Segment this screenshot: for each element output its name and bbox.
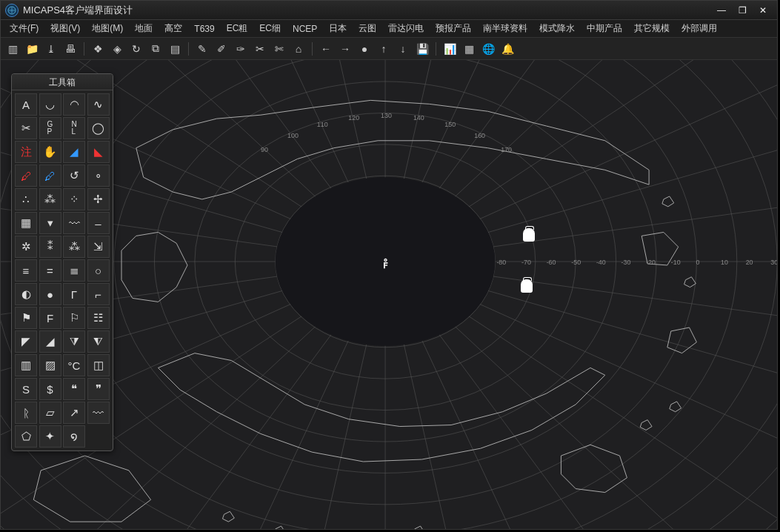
menu-item-4[interactable]: 高空 — [159, 21, 188, 36]
tool-bracket-l[interactable]: ⌐ — [87, 283, 110, 305]
tool-curve[interactable]: ∿ — [87, 93, 110, 116]
tool-plus-dots[interactable]: ✢ — [87, 188, 110, 210]
edit4-icon[interactable]: ✂ — [251, 40, 269, 58]
minimize-button[interactable]: — — [712, 4, 731, 17]
tool-cell[interactable]: ◫ — [87, 354, 110, 376]
tool-row-up[interactable]: ▱ — [39, 402, 61, 424]
maximize-button[interactable]: ❐ — [733, 4, 752, 17]
open-folder-icon[interactable]: 📁 — [23, 40, 41, 58]
grid-icon[interactable]: ▦ — [460, 40, 478, 58]
paste-icon[interactable]: ▤ — [166, 40, 184, 58]
tool-wave[interactable]: 〰 — [63, 212, 85, 234]
edit3-icon[interactable]: ✑ — [232, 40, 250, 58]
globe-icon[interactable]: 🌐 — [479, 40, 497, 58]
up-icon[interactable]: ↑ — [375, 40, 393, 58]
menu-item-15[interactable]: 中期产品 — [581, 21, 628, 36]
menu-item-9[interactable]: 日本 — [323, 21, 353, 36]
menu-item-7[interactable]: EC细 — [253, 21, 287, 36]
tool-half-circle[interactable]: ◐ — [15, 283, 37, 305]
tool-full-circle[interactable]: ● — [39, 283, 61, 305]
tool-flag3[interactable]: ⚐ — [63, 307, 85, 329]
tool-person[interactable]: ᚱ — [15, 402, 37, 424]
tool-x-plus[interactable]: ✦ — [39, 425, 61, 448]
menu-item-3[interactable]: 地面 — [129, 21, 159, 36]
tool-scissors[interactable]: ✂ — [15, 117, 37, 139]
tool-brush-blue[interactable]: 🖊 — [39, 164, 61, 187]
tool-converge[interactable]: ⇲ — [87, 236, 110, 258]
layers-icon[interactable]: ❖ — [89, 40, 107, 58]
refresh-icon[interactable]: ↻ — [127, 40, 145, 58]
tool-dots3[interactable]: ∴ — [15, 188, 37, 210]
tool-tri-down[interactable]: ▾ — [39, 212, 61, 234]
map-canvas[interactable]: 90100110120130140150160170 -80-70-60-50-… — [1, 60, 777, 529]
menu-item-11[interactable]: 雷达闪电 — [382, 21, 430, 36]
tool-A[interactable]: A — [15, 93, 37, 116]
tool-quote2[interactable]: ❞ — [87, 378, 110, 400]
tool-dash[interactable]: – — [87, 212, 110, 234]
tool-spiral[interactable]: ໑ — [63, 425, 85, 448]
tool-parallel1[interactable]: ≡ — [15, 259, 37, 282]
tool-G/P[interactable]: G P — [39, 117, 61, 139]
tool-S-strike[interactable]: $ — [39, 378, 61, 400]
tool-dots-tri[interactable]: ⁂ — [39, 188, 61, 210]
print-icon[interactable]: 🖶 — [61, 40, 79, 58]
menu-item-2[interactable]: 地图(M) — [86, 21, 129, 36]
tool-loop[interactable]: ↺ — [63, 164, 85, 187]
menu-item-5[interactable]: T639 — [188, 22, 220, 36]
bell-icon[interactable]: 🔔 — [499, 40, 516, 58]
chart-icon[interactable]: 📊 — [441, 40, 459, 58]
menu-item-13[interactable]: 南半球资料 — [477, 21, 533, 36]
disk-icon[interactable]: 💾 — [413, 40, 431, 58]
menu-item-0[interactable]: 文件(F) — [4, 21, 44, 36]
menu-item-8[interactable]: NCEP — [287, 22, 323, 36]
tool-swoosh[interactable]: 〰 — [87, 402, 110, 424]
forward-icon[interactable]: → — [336, 40, 354, 58]
home-icon[interactable]: ⌂ — [290, 40, 307, 58]
tool-pennant1[interactable]: ◤ — [15, 330, 37, 353]
menu-item-10[interactable]: 云图 — [353, 21, 382, 36]
copy-icon[interactable]: ⧉ — [147, 40, 164, 58]
tool-warm-red[interactable]: ◣ — [87, 141, 110, 163]
tool-flag-bars[interactable]: ☷ — [87, 307, 110, 329]
tool-arc2[interactable]: ◠ — [63, 93, 85, 116]
tool-hand-blue[interactable]: ✋ — [39, 141, 61, 163]
menu-item-14[interactable]: 模式降水 — [533, 21, 581, 36]
tool-dots4[interactable]: ⁘ — [63, 188, 85, 210]
menu-item-12[interactable]: 预报产品 — [430, 21, 477, 36]
menu-item-17[interactable]: 外部调用 — [676, 21, 723, 36]
tool-S[interactable]: S — [15, 378, 37, 400]
edit2-icon[interactable]: ✐ — [213, 40, 230, 58]
tool-pennant4[interactable]: ⧨ — [87, 330, 110, 353]
close-button[interactable]: ✕ — [753, 4, 773, 17]
tool-sleet1[interactable]: ⁑ — [39, 236, 61, 258]
menu-item-16[interactable]: 其它规模 — [628, 21, 676, 36]
cut2-icon[interactable]: ✄ — [270, 40, 288, 58]
layers2-icon[interactable]: ◈ — [108, 40, 126, 58]
tool-bracket-r[interactable]: Γ — [63, 283, 85, 305]
tool-warm-blue[interactable]: ◢ — [63, 141, 85, 163]
map-marker-1[interactable] — [523, 228, 535, 242]
new-file-icon[interactable]: ▥ — [4, 40, 21, 58]
tool-degC[interactable]: °C — [63, 354, 85, 376]
tool-parallel3[interactable]: ≣ — [63, 259, 85, 282]
tool-lasso[interactable]: ◯ — [87, 117, 110, 139]
tool-grid3[interactable]: ▦ — [15, 212, 37, 234]
edit1-icon[interactable]: ✎ — [193, 40, 211, 58]
tool-flag1[interactable]: ⚑ — [15, 307, 37, 329]
tool-arrow-ne[interactable]: ↗ — [63, 402, 85, 424]
tool-pentagon[interactable]: ⬠ — [15, 425, 37, 448]
tool-quote1[interactable]: ❝ — [63, 378, 85, 400]
tool-pennant3[interactable]: ⧩ — [63, 330, 85, 353]
tool-pennant2[interactable]: ◢ — [39, 330, 61, 353]
map-marker-2[interactable] — [521, 279, 533, 293]
tool-dot[interactable]: ∘ — [87, 164, 110, 187]
save-icon[interactable]: ⤓ — [42, 40, 60, 58]
menu-item-1[interactable]: 视图(V) — [44, 21, 86, 36]
play-icon[interactable]: ● — [356, 40, 373, 58]
tool-flag2[interactable]: F — [39, 307, 61, 329]
tool-hatch[interactable]: ▥ — [15, 354, 37, 376]
back-icon[interactable]: ← — [317, 40, 335, 58]
tool-parallel2[interactable]: = — [39, 259, 61, 282]
menu-item-6[interactable]: EC粗 — [221, 21, 254, 36]
down-icon[interactable]: ↓ — [394, 40, 412, 58]
